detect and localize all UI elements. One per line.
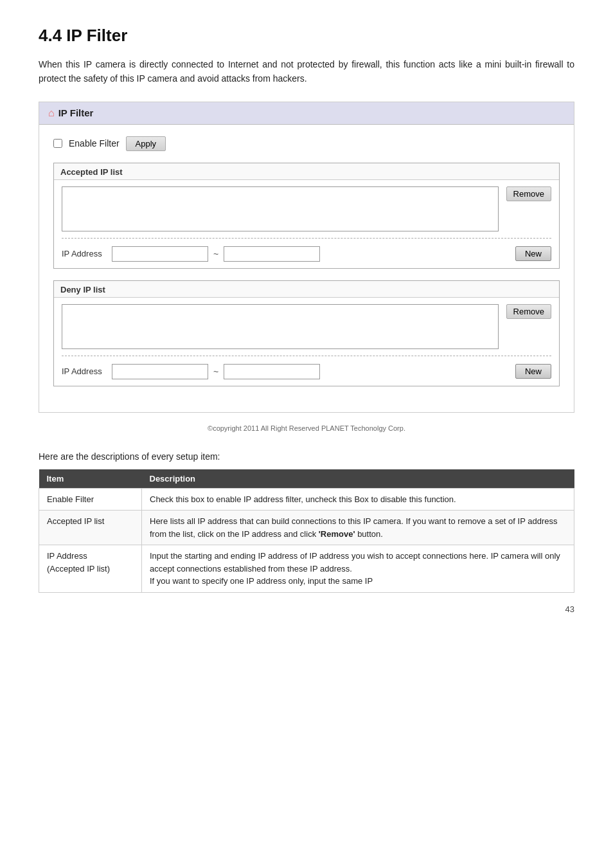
apply-button[interactable]: Apply: [126, 136, 166, 151]
accepted-ip-address-row: IP Address ~ New: [62, 246, 551, 262]
deny-remove-button[interactable]: Remove: [506, 304, 551, 319]
ip-filter-header-label: IP Filter: [58, 107, 94, 118]
table-row: Enable FilterCheck this box to enable IP…: [39, 488, 574, 511]
deny-ip-address-row: IP Address ~ New: [62, 364, 551, 379]
accepted-remove-button[interactable]: Remove: [506, 186, 551, 201]
deny-new-button[interactable]: New: [515, 364, 551, 379]
page-number: 43: [39, 604, 574, 614]
deny-divider: [62, 356, 551, 356]
table-cell-desc: Input the starting and ending IP address…: [142, 545, 574, 593]
accepted-ip-end-input[interactable]: [224, 246, 320, 262]
deny-ip-content: Remove IP Address ~ New: [54, 298, 559, 386]
ip-filter-panel: ⌂ IP Filter Enable Filter Apply Accepted…: [39, 102, 574, 413]
deny-ip-legend: Deny IP list: [54, 281, 559, 298]
enable-filter-row: Enable Filter Apply: [53, 136, 560, 151]
deny-ip-listbox[interactable]: [62, 304, 499, 349]
deny-tilde: ~: [213, 366, 218, 377]
accepted-listbox-row: Remove: [62, 186, 551, 231]
deny-ip-label: IP Address: [62, 366, 107, 376]
intro-paragraph: When this IP camera is directly connecte…: [39, 57, 574, 86]
descriptions-table: Item Description Enable FilterCheck this…: [39, 469, 574, 593]
accepted-ip-legend: Accepted IP list: [54, 163, 559, 180]
table-col1-header: Item: [39, 469, 142, 489]
deny-ip-section: Deny IP list Remove IP Address ~ New: [53, 280, 560, 386]
table-cell-desc: Check this box to enable IP address filt…: [142, 488, 574, 511]
accepted-ip-content: Remove IP Address ~ New: [54, 180, 559, 268]
enable-filter-checkbox[interactable]: [53, 139, 62, 148]
table-row: IP Address (Accepted IP list)Input the s…: [39, 545, 574, 593]
desc-intro: Here are the descriptions of every setup…: [39, 451, 574, 462]
accepted-ip-label: IP Address: [62, 249, 107, 258]
table-cell-item: Enable Filter: [39, 488, 142, 511]
accepted-tilde: ~: [213, 249, 218, 259]
ip-filter-header: ⌂ IP Filter: [39, 102, 574, 125]
ip-filter-body: Enable Filter Apply Accepted IP list Rem…: [39, 125, 574, 412]
accepted-ip-listbox[interactable]: [62, 186, 499, 231]
accepted-divider: [62, 238, 551, 239]
table-col2-header: Description: [142, 469, 574, 489]
page-title: 4.4 IP Filter: [39, 26, 574, 46]
table-row: Accepted IP listHere lists all IP addres…: [39, 511, 574, 545]
deny-ip-end-input[interactable]: [224, 364, 320, 379]
accepted-new-button[interactable]: New: [515, 246, 551, 261]
deny-listbox-row: Remove: [62, 304, 551, 349]
table-cell-item: IP Address (Accepted IP list): [39, 545, 142, 593]
table-cell-item: Accepted IP list: [39, 511, 142, 545]
house-icon: ⌂: [48, 107, 55, 119]
table-cell-desc: Here lists all IP address that can build…: [142, 511, 574, 545]
copyright: ©copyright 2011 All Right Reserved PLANE…: [39, 424, 574, 432]
enable-filter-label: Enable Filter: [69, 138, 120, 149]
accepted-ip-start-input[interactable]: [112, 246, 208, 262]
accepted-ip-section: Accepted IP list Remove IP Address ~ New: [53, 163, 560, 269]
deny-ip-start-input[interactable]: [112, 364, 208, 379]
